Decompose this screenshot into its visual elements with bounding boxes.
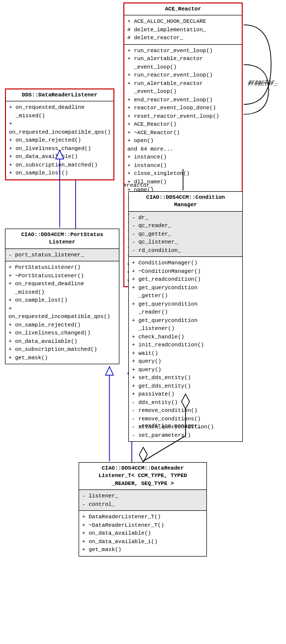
condition-manager-methods: + ConditionManager() + ~ConditionManager… — [129, 257, 242, 441]
port-status-listener-box: CIAO::DDS4CCM::PortStatusListener - port… — [5, 229, 119, 364]
svg-marker-15 — [139, 447, 147, 462]
svg-marker-17 — [105, 367, 113, 375]
svg-text:#reactor_: #reactor_ — [248, 81, 278, 87]
condition-manager-fields: - dr_ - qc_reader_ - qc_getter_ - qc_lis… — [129, 212, 242, 257]
condition-manager-title: CIAO::DDS4CCM::ConditionManager — [129, 192, 242, 212]
data-reader-listener-t-title: CIAO::DDS4CCM::DataReaderListener_T< CCM… — [79, 463, 206, 490]
dds-data-reader-listener-title: DDS::DataReaderListener — [6, 89, 113, 101]
reactor-right-label: #reactor_ — [249, 79, 279, 85]
dds-data-reader-listener-methods: + on_requested_deadline _missed() + on_r… — [6, 101, 113, 179]
diagram-container: #reactor_ #reactor_ -condition_manager_ … — [0, 0, 286, 644]
ace-reactor-title: ACE_Reactor — [124, 3, 242, 15]
port-status-listener-title: CIAO::DDS4CCM::PortStatusListener — [5, 229, 119, 249]
data-reader-listener-t-box: CIAO::DDS4CCM::DataReaderListener_T< CCM… — [79, 462, 207, 557]
ace-reactor-fields: + ACE_ALLOC_HOOK_DECLARE # delete_implem… — [124, 15, 242, 45]
condition-manager-box: CIAO::DDS4CCM::ConditionManager - dr_ - … — [128, 191, 243, 442]
data-reader-listener-t-methods: + DataReaderListener_T() + ~DataReaderLi… — [79, 511, 206, 556]
data-reader-listener-t-fields: - listener_ - control_ — [79, 490, 206, 511]
dds-data-reader-listener-box: DDS::DataReaderListener + on_requested_d… — [5, 88, 114, 180]
port-status-listener-fields: - port_status_listener_ — [5, 249, 119, 262]
port-status-listener-methods: + PortStatusListener() + ~PortStatusList… — [5, 261, 119, 364]
